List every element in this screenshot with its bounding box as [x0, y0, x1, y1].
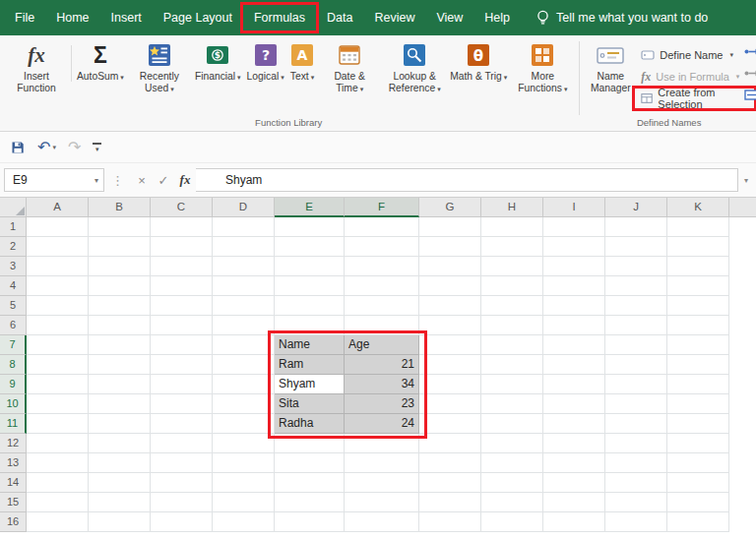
trace-dependents-icon[interactable] [744, 67, 756, 80]
cell-A13[interactable] [27, 453, 89, 473]
cell-F9[interactable]: 34 [345, 375, 419, 394]
row-header-1[interactable]: 1 [0, 217, 27, 237]
cell-D3[interactable] [213, 257, 275, 276]
cell-J1[interactable] [605, 217, 667, 237]
cell-K10[interactable] [667, 394, 729, 414]
row-header-8[interactable]: 8 [0, 355, 27, 375]
cell-G16[interactable] [419, 512, 481, 532]
cell-D15[interactable] [213, 493, 275, 512]
cell-A5[interactable] [27, 296, 89, 316]
cell-F4[interactable] [345, 276, 419, 296]
cell-H13[interactable] [481, 453, 543, 473]
column-header-F[interactable]: F [345, 198, 419, 217]
cell-E5[interactable] [275, 296, 345, 316]
cell-A6[interactable] [27, 316, 89, 335]
cell-C15[interactable] [151, 493, 213, 512]
cancel-button[interactable]: × [131, 168, 153, 192]
cell-F1[interactable] [345, 217, 419, 237]
logical-button[interactable]: ? Logical▾ [244, 39, 287, 85]
cell-K13[interactable] [667, 453, 729, 473]
cell-D12[interactable] [213, 434, 275, 453]
cell-B8[interactable] [89, 355, 151, 375]
cell-H14[interactable] [481, 473, 543, 493]
cell-E2[interactable] [275, 237, 345, 257]
define-name-button[interactable]: Define Name ▾ [635, 45, 739, 65]
cell-K1[interactable] [667, 217, 729, 237]
undo-button[interactable]: ↶ ▾ [37, 140, 56, 155]
more-functions-button[interactable]: More Functions▾ [510, 39, 575, 97]
cell-B6[interactable] [89, 316, 151, 335]
cell-G1[interactable] [419, 217, 481, 237]
cell-C5[interactable] [151, 296, 213, 316]
cell-H3[interactable] [481, 257, 543, 276]
cell-H12[interactable] [481, 434, 543, 453]
cell-G15[interactable] [419, 493, 481, 512]
tab-view[interactable]: View [425, 5, 473, 30]
row-header-7[interactable]: 7 [0, 335, 27, 355]
cell-C12[interactable] [151, 434, 213, 453]
cell-I13[interactable] [543, 453, 605, 473]
cell-G9[interactable] [419, 375, 481, 394]
column-header-H[interactable]: H [481, 198, 543, 217]
insert-function-fx-button[interactable]: fx [174, 168, 196, 192]
cell-J12[interactable] [605, 434, 667, 453]
cell-D9[interactable] [213, 375, 275, 394]
tab-review[interactable]: Review [363, 5, 425, 30]
cell-F8[interactable]: 21 [345, 355, 419, 375]
column-header-A[interactable]: A [27, 198, 89, 217]
cell-C10[interactable] [151, 394, 213, 414]
cell-K15[interactable] [667, 493, 729, 512]
math-trig-button[interactable]: θ Math & Trig▾ [447, 39, 510, 85]
cell-C14[interactable] [151, 473, 213, 493]
cell-G3[interactable] [419, 257, 481, 276]
cell-I8[interactable] [543, 355, 605, 375]
cell-D11[interactable] [213, 414, 275, 434]
cell-G4[interactable] [419, 276, 481, 296]
cell-B5[interactable] [89, 296, 151, 316]
cell-E1[interactable] [275, 217, 345, 237]
cell-K5[interactable] [667, 296, 729, 316]
cell-H6[interactable] [481, 316, 543, 335]
cell-J13[interactable] [605, 453, 667, 473]
cell-J4[interactable] [605, 276, 667, 296]
customize-quick-access-button[interactable]: ▾ [93, 143, 101, 152]
cell-I12[interactable] [543, 434, 605, 453]
cell-D1[interactable] [213, 217, 275, 237]
cell-E14[interactable] [275, 473, 345, 493]
cell-F15[interactable] [345, 493, 419, 512]
cell-J8[interactable] [605, 355, 667, 375]
cell-K4[interactable] [667, 276, 729, 296]
column-header-B[interactable]: B [89, 198, 151, 217]
cell-J7[interactable] [605, 335, 667, 355]
cell-D2[interactable] [213, 237, 275, 257]
cell-G11[interactable] [419, 414, 481, 434]
cell-G10[interactable] [419, 394, 481, 414]
cell-D13[interactable] [213, 453, 275, 473]
use-in-formula-button[interactable]: fx Use in Formula ▾ [635, 67, 745, 87]
cell-G14[interactable] [419, 473, 481, 493]
cell-A15[interactable] [27, 493, 89, 512]
cell-H5[interactable] [481, 296, 543, 316]
cell-A8[interactable] [27, 355, 89, 375]
cell-H15[interactable] [481, 493, 543, 512]
cell-B7[interactable] [89, 335, 151, 355]
cell-E15[interactable] [275, 493, 345, 512]
cell-E9[interactable]: Shyam [275, 375, 345, 394]
row-header-16[interactable]: 16 [0, 512, 27, 532]
cell-J11[interactable] [605, 414, 667, 434]
formula-bar-expand-icon[interactable]: ▾ [738, 176, 754, 185]
column-header-C[interactable]: C [151, 198, 213, 217]
column-header-E[interactable]: E [275, 198, 345, 217]
row-header-11[interactable]: 11 [0, 414, 27, 434]
cell-C11[interactable] [151, 414, 213, 434]
cell-G2[interactable] [419, 237, 481, 257]
column-header-D[interactable]: D [213, 198, 275, 217]
cell-I16[interactable] [543, 512, 605, 532]
tab-help[interactable]: Help [473, 5, 521, 30]
row-header-4[interactable]: 4 [0, 276, 27, 296]
cell-K11[interactable] [667, 414, 729, 434]
cell-F3[interactable] [345, 257, 419, 276]
trace-precedents-icon[interactable] [744, 45, 756, 58]
cell-I9[interactable] [543, 375, 605, 394]
name-box[interactable]: E9 ▾ [4, 168, 104, 192]
